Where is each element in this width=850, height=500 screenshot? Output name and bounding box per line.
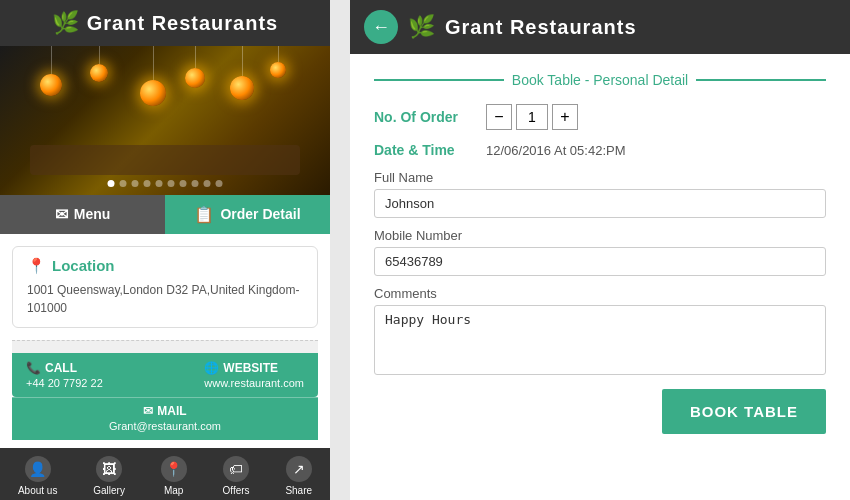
comments-field-group: Comments bbox=[374, 286, 826, 389]
tab-row: ✉ Menu 📋 Order Detail bbox=[0, 195, 330, 234]
title-line-right bbox=[696, 79, 826, 81]
location-label: Location bbox=[52, 257, 115, 274]
dot-0[interactable] bbox=[108, 180, 115, 187]
panel-gap bbox=[330, 0, 340, 500]
section-title: Book Table - Personal Detail bbox=[512, 72, 688, 88]
nav-map-label: Map bbox=[164, 485, 183, 496]
logo-icon-right: 🌿 bbox=[408, 14, 435, 40]
nav-offers[interactable]: 🏷 Offers bbox=[223, 456, 250, 496]
mail-label: ✉ MAIL bbox=[143, 404, 186, 418]
right-app-name-bold: Grant bbox=[445, 16, 503, 38]
nav-gallery[interactable]: 🖼 Gallery bbox=[93, 456, 125, 496]
right-app-name-light: Restaurants bbox=[510, 16, 637, 38]
phone-icon: 📞 bbox=[26, 361, 41, 375]
dot-5[interactable] bbox=[168, 180, 175, 187]
tab-menu-label: Menu bbox=[74, 206, 111, 222]
www-icon: 🌐 bbox=[204, 361, 219, 375]
mobile-input[interactable] bbox=[374, 247, 826, 276]
offers-icon: 🏷 bbox=[223, 456, 249, 482]
left-header: 🌿 Grant Restaurants bbox=[0, 0, 330, 46]
fullname-field-group: Full Name bbox=[374, 170, 826, 228]
pendant-5 bbox=[230, 46, 254, 100]
location-icon: 📍 bbox=[27, 257, 46, 275]
logo-icon-left: 🌿 bbox=[52, 10, 79, 36]
app-name-bold: Grant bbox=[87, 12, 145, 34]
comments-label: Comments bbox=[374, 286, 826, 301]
datetime-row: Date & Time 12/06/2016 At 05:42:PM bbox=[374, 142, 826, 158]
back-button[interactable]: ← bbox=[364, 10, 398, 44]
nav-map[interactable]: 📍 Map bbox=[161, 456, 187, 496]
location-card: 📍 Location 1001 Queensway,London D32 PA,… bbox=[12, 246, 318, 328]
mail-row: ✉ MAIL Grant@restaurant.com bbox=[12, 397, 318, 440]
about-icon: 👤 bbox=[25, 456, 51, 482]
fullname-input[interactable] bbox=[374, 189, 826, 218]
table-surface bbox=[30, 145, 300, 175]
pendant-4 bbox=[185, 46, 205, 88]
location-address: 1001 Queensway,London D32 PA,United King… bbox=[27, 281, 303, 317]
contact-website: 🌐 WEBSITE www.restaurant.com bbox=[204, 361, 304, 389]
app-name-light: Restaurants bbox=[152, 12, 279, 34]
date-label: Date & Time bbox=[374, 142, 474, 158]
book-table-button[interactable]: BOOK TABLE bbox=[662, 389, 826, 434]
menu-icon: ✉ bbox=[55, 205, 68, 224]
dot-1[interactable] bbox=[120, 180, 127, 187]
fullname-label: Full Name bbox=[374, 170, 826, 185]
pendant-3 bbox=[140, 46, 166, 106]
right-header: ← 🌿 Grant Restaurants bbox=[350, 0, 850, 54]
dot-9[interactable] bbox=[216, 180, 223, 187]
order-controls: − 1 + bbox=[486, 104, 578, 130]
website-label: 🌐 WEBSITE bbox=[204, 361, 304, 375]
right-app-title: Grant Restaurants bbox=[445, 16, 637, 39]
dot-3[interactable] bbox=[144, 180, 151, 187]
mobile-label: Mobile Number bbox=[374, 228, 826, 243]
nav-about[interactable]: 👤 About us bbox=[18, 456, 57, 496]
order-row: No. Of Order − 1 + bbox=[374, 104, 826, 130]
order-label: No. Of Order bbox=[374, 109, 474, 125]
increment-button[interactable]: + bbox=[552, 104, 578, 130]
pendant-6 bbox=[270, 46, 286, 78]
share-icon: ↗ bbox=[286, 456, 312, 482]
contact-mail: ✉ MAIL Grant@restaurant.com bbox=[109, 404, 221, 432]
gallery-icon: 🖼 bbox=[96, 456, 122, 482]
left-panel: 🌿 Grant Restaurants bbox=[0, 0, 330, 500]
date-value: 12/06/2016 At 05:42:PM bbox=[486, 143, 626, 158]
form-container: Book Table - Personal Detail No. Of Orde… bbox=[350, 54, 850, 500]
left-app-title: Grant Restaurants bbox=[87, 12, 279, 35]
nav-about-label: About us bbox=[18, 485, 57, 496]
mail-icon: ✉ bbox=[143, 404, 153, 418]
contact-row: 📞 CALL +44 20 7792 22 🌐 WEBSITE www.rest… bbox=[12, 353, 318, 397]
tab-menu[interactable]: ✉ Menu bbox=[0, 195, 165, 234]
section-title-row: Book Table - Personal Detail bbox=[374, 72, 826, 88]
location-title: 📍 Location bbox=[27, 257, 303, 275]
nav-share[interactable]: ↗ Share bbox=[285, 456, 312, 496]
tab-order-label: Order Detail bbox=[220, 206, 300, 222]
ticket-edge bbox=[12, 340, 318, 353]
bottom-nav: 👤 About us 🖼 Gallery 📍 Map 🏷 Offers ↗ Sh… bbox=[0, 448, 330, 500]
dot-7[interactable] bbox=[192, 180, 199, 187]
dot-6[interactable] bbox=[180, 180, 187, 187]
dot-4[interactable] bbox=[156, 180, 163, 187]
mobile-field-group: Mobile Number bbox=[374, 228, 826, 286]
tab-order-detail[interactable]: 📋 Order Detail bbox=[165, 195, 330, 234]
call-label: 📞 CALL bbox=[26, 361, 103, 375]
nav-share-label: Share bbox=[285, 485, 312, 496]
nav-gallery-label: Gallery bbox=[93, 485, 125, 496]
dot-8[interactable] bbox=[204, 180, 211, 187]
decrement-button[interactable]: − bbox=[486, 104, 512, 130]
order-count: 1 bbox=[516, 104, 548, 130]
contact-call: 📞 CALL +44 20 7792 22 bbox=[26, 361, 103, 389]
mail-email[interactable]: Grant@restaurant.com bbox=[109, 420, 221, 432]
nav-offers-label: Offers bbox=[223, 485, 250, 496]
call-number[interactable]: +44 20 7792 22 bbox=[26, 377, 103, 389]
map-icon: 📍 bbox=[161, 456, 187, 482]
dot-2[interactable] bbox=[132, 180, 139, 187]
website-url[interactable]: www.restaurant.com bbox=[204, 377, 304, 389]
comments-input[interactable] bbox=[374, 305, 826, 375]
pendant-1 bbox=[40, 46, 62, 96]
title-line-left bbox=[374, 79, 504, 81]
order-icon: 📋 bbox=[194, 205, 214, 224]
pendant-2 bbox=[90, 46, 108, 82]
right-panel: ← 🌿 Grant Restaurants Book Table - Perso… bbox=[350, 0, 850, 500]
restaurant-image bbox=[0, 46, 330, 195]
carousel-dots bbox=[108, 180, 223, 187]
